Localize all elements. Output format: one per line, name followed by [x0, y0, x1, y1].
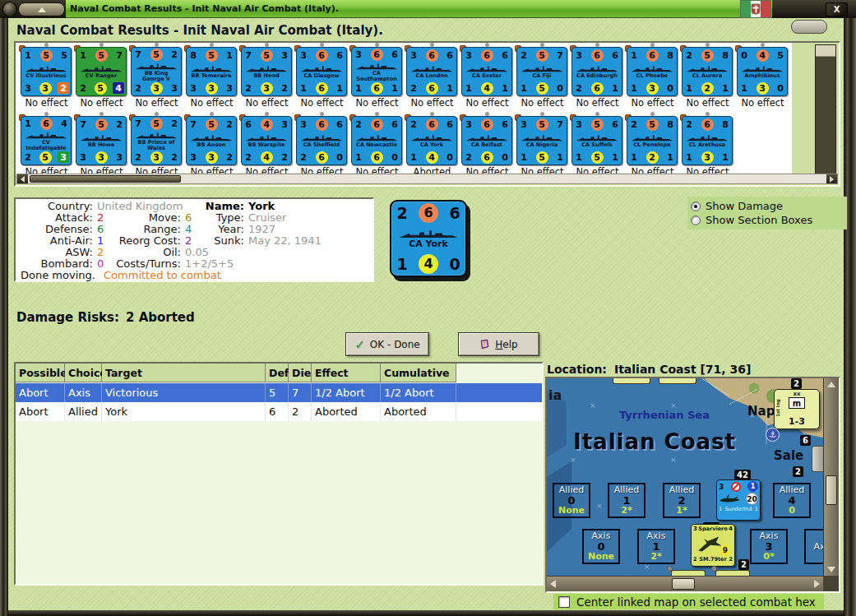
- range-circle: 5: [536, 82, 548, 95]
- scroll-left-button[interactable]: [17, 174, 28, 183]
- allied-section-box[interactable]: Allied40: [773, 483, 811, 518]
- window-shade-button[interactable]: [18, 2, 65, 16]
- table-row[interactable]: AbortAlliedYork62AbortedAborted: [16, 402, 542, 421]
- land-unit-counter[interactable]: xx m 1st Ing 1-3: [774, 389, 820, 429]
- scroll-right-button[interactable]: [814, 580, 820, 588]
- damage-risks-label: Damage Risks:: [16, 310, 119, 325]
- window-menu-icon[interactable]: [2, 2, 17, 17]
- ok-done-button[interactable]: ✓ OK - Done: [345, 332, 429, 356]
- radio-icon[interactable]: [691, 215, 701, 225]
- allied-section-box[interactable]: Allied12*: [608, 483, 645, 518]
- ship-counter[interactable]: 366CA Edinburgh261: [571, 47, 622, 96]
- column-header[interactable]: Def: [266, 364, 289, 382]
- air-range-badge: 1: [747, 481, 758, 492]
- sea-area-title: Italian Coast: [573, 429, 736, 454]
- ship-counter[interactable]: 366CA Southampton161: [351, 47, 402, 96]
- axis-section-box[interactable]: Axis: [804, 529, 823, 564]
- radio-option-show-damage[interactable]: Show Damage: [691, 199, 844, 213]
- scroll-down-button[interactable]: [824, 567, 839, 572]
- ship-counter-cell: 643BB Warspite242No effect: [239, 112, 294, 175]
- ship-counter[interactable]: 752BB Prince of Wales232: [131, 116, 182, 165]
- ship-counter[interactable]: 851BB Temeraire333: [186, 47, 237, 96]
- axis-section-box[interactable]: Axis0None: [582, 529, 620, 564]
- scroll-right-button[interactable]: [826, 174, 837, 183]
- info-label: Reorg Cost:: [99, 235, 181, 247]
- section-note: 0*: [763, 552, 774, 562]
- range-circle: 6: [316, 82, 328, 95]
- scroll-left-button[interactable]: [550, 580, 556, 588]
- axis-section-box[interactable]: Axis12*: [637, 529, 675, 564]
- ship-counter[interactable]: 266CA York140: [406, 116, 457, 165]
- center-map-checkbox[interactable]: [558, 596, 570, 608]
- ship-counter[interactable]: 366CA Belfast260: [461, 116, 512, 165]
- ship-counter[interactable]: 356CA Suffolk151: [571, 116, 622, 165]
- axis-air-counter[interactable]: 3 Sparviero 4 9 2 SM.79ter 2: [691, 524, 735, 567]
- ship-counter[interactable]: 366CA Glasgow161: [296, 47, 347, 96]
- range-circle: 2: [701, 82, 714, 95]
- combat-result-label: No effect: [184, 97, 239, 109]
- ship-counter[interactable]: 266CA Newcastle160: [351, 116, 402, 165]
- selected-unit-counter[interactable]: 2 6 6 CA York 1 4 0: [390, 200, 467, 277]
- special-value-badge: 4: [113, 82, 124, 94]
- ship-counter[interactable]: 366CA Sheffield260: [296, 116, 347, 165]
- ship-name: CA Glasgow: [303, 73, 339, 79]
- help-button[interactable]: ? Help: [458, 332, 539, 356]
- ship-counter[interactable]: 643BB Warspite242: [241, 116, 292, 165]
- ship-counter[interactable]: 157CV Ranger254: [76, 47, 127, 96]
- ship-counter[interactable]: 366CA London261: [406, 47, 457, 96]
- hexside-mark: ×: [570, 456, 576, 464]
- units-vertical-scrollbar[interactable]: [815, 44, 836, 175]
- column-header[interactable]: Target: [102, 364, 266, 382]
- column-header[interactable]: Cumulative: [381, 364, 456, 382]
- ship-counter[interactable]: 168CL Phoebe130: [627, 47, 678, 96]
- close-button[interactable]: X: [826, 2, 848, 16]
- range-circle: 2: [646, 151, 659, 164]
- ship-counter[interactable]: 257CA Fiji150: [516, 47, 567, 96]
- scrollbar-track[interactable]: [28, 174, 826, 183]
- scrollbar-thumb[interactable]: [826, 475, 837, 505]
- range-circle: 6: [426, 82, 438, 95]
- allied-air-counter[interactable]: 3 1 20 1 Sunderlnd 1: [716, 479, 761, 521]
- map-horizontal-scrollbar[interactable]: [547, 576, 823, 591]
- allied-section-box[interactable]: Allied0None: [553, 483, 590, 518]
- ship-counter[interactable]: 155CV Illustrious332: [21, 47, 72, 96]
- map-vertical-scrollbar[interactable]: [823, 378, 839, 576]
- units-horizontal-scrollbar[interactable]: [16, 174, 838, 184]
- scrollbar-thumb[interactable]: [30, 175, 181, 183]
- move-circle: 5: [150, 49, 163, 61]
- radio-option-show-section-boxes[interactable]: Show Section Boxes: [691, 213, 844, 227]
- range-circle: 4: [481, 82, 493, 95]
- column-header[interactable]: Effect: [312, 364, 381, 382]
- ship-counter[interactable]: 752BB Anson332: [186, 116, 237, 165]
- column-header[interactable]: Choice: [65, 364, 102, 382]
- offmap-counter-tab: [671, 570, 706, 576]
- ship-counter[interactable]: 366CA Exeter141: [461, 47, 512, 96]
- radio-label: Show Damage: [706, 200, 783, 212]
- title-bar[interactable]: Naval Combat Results - Init Naval Air Co…: [0, 0, 856, 18]
- radio-icon[interactable]: [691, 201, 701, 211]
- status-text: Done moving.: [21, 269, 95, 281]
- ship-counter[interactable]: 752BB Howe333: [76, 116, 127, 165]
- axis-section-box[interactable]: Axis30*: [750, 529, 788, 564]
- info-label: Oil:: [99, 247, 181, 258]
- ship-counter[interactable]: 753BB Hood232: [241, 47, 292, 96]
- allied-section-box[interactable]: Allied21*: [663, 483, 701, 518]
- ship-silhouette-icon: [189, 64, 234, 72]
- ship-counter[interactable]: 357CA Nigeria151: [516, 116, 567, 165]
- scrollbar-thumb[interactable]: [672, 578, 695, 590]
- ship-counter[interactable]: 268CL Arethusa131: [682, 116, 733, 165]
- ship-counter[interactable]: 045Amphibious130: [737, 47, 788, 96]
- scroll-up-button[interactable]: [824, 382, 839, 387]
- table-row[interactable]: AbortAxisVictorious571/2 Abort1/2 Abort: [16, 383, 542, 402]
- hexside-mark: ×: [590, 401, 596, 410]
- column-header[interactable]: Die: [289, 364, 312, 382]
- ship-counter[interactable]: 164CV Indefatigable253: [21, 116, 72, 165]
- location-label: Location:: [547, 363, 607, 376]
- map-view[interactable]: ×××××××× ia Tyrrhenian Sea Napl Italian …: [547, 378, 823, 576]
- section-note: None: [558, 506, 585, 516]
- ship-counter[interactable]: 258CL Aurora121: [682, 47, 733, 96]
- ship-counter[interactable]: 258CL Penelope121: [627, 116, 678, 165]
- info-label: Sunk:: [187, 235, 244, 247]
- column-header[interactable]: Possible: [16, 364, 65, 382]
- ship-counter[interactable]: 752BB King George V233: [131, 47, 182, 96]
